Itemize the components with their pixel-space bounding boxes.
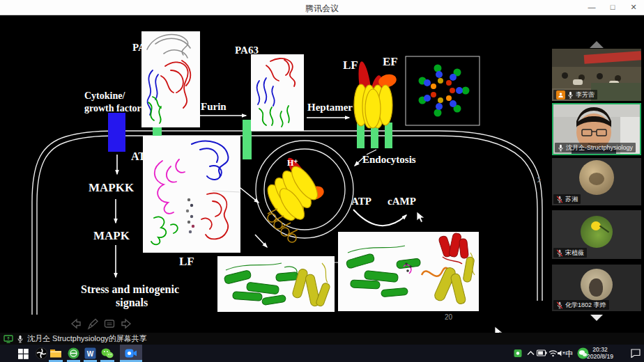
video-tile-5[interactable]: 化学1802 李烨 [552, 265, 641, 311]
svg-text:W: W [87, 350, 94, 358]
pen-tool-button[interactable] [86, 317, 99, 330]
taskbar-app-pinwheel-icon[interactable] [36, 347, 47, 359]
slideshow-menu-button[interactable] [103, 317, 116, 330]
label-lf-bottom: LF [179, 255, 194, 269]
input-method-indicator[interactable]: 中 [565, 349, 573, 359]
avatar [579, 160, 614, 195]
mic-muted-icon [556, 196, 563, 203]
tray-hidden-icons-button[interactable] [527, 350, 535, 356]
tencent-meeting-window: PA83 [0, 0, 644, 362]
taskbar-file-explorer-icon[interactable] [49, 348, 62, 359]
prev-slide-button[interactable] [70, 317, 82, 330]
participant-name: 苏湘 [565, 195, 578, 204]
video-tile-3[interactable]: 苏湘 [552, 158, 641, 205]
maximize-button[interactable]: □ [602, 0, 623, 15]
window-title: 腾讯会议 [0, 3, 644, 15]
mic-muted-icon [556, 249, 563, 257]
close-button[interactable]: ✕ [623, 0, 644, 15]
video-tile-1[interactable]: 李芳蕾 [552, 49, 641, 101]
mic-on-icon [558, 144, 564, 152]
label-camp: cAMP [388, 196, 416, 207]
tray-battery-icon[interactable] [537, 349, 547, 357]
member-badge-icon [556, 90, 565, 100]
share-status-text: 沈月仝 Structphysiology的屏幕共享 [27, 333, 147, 344]
seats [591, 83, 641, 101]
label-pa63: PA63 [235, 45, 259, 56]
label-mapkk: MAPKK [89, 181, 134, 195]
label-cytokine-line2: growth factor [84, 103, 141, 114]
label-stress-line1: Stress and mitogenic [81, 283, 179, 296]
mic-icon [17, 335, 24, 343]
avatar [581, 216, 613, 248]
participant-sidebar: 李芳蕾 沈月仝-Structphysiology [548, 15, 644, 333]
mic-muted-icon [556, 301, 563, 309]
title-bar: 腾讯会议 — □ ✕ [0, 0, 644, 15]
label-ef-top: EF [383, 55, 398, 69]
action-center-button[interactable] [631, 349, 641, 358]
taskbar-wechat-icon[interactable] [101, 347, 114, 359]
windows-taskbar: W 中 [0, 345, 644, 362]
label-mapk: MAPK [93, 229, 130, 243]
label-furin: Furin [201, 101, 227, 113]
taskbar-word-icon[interactable]: W [84, 347, 96, 359]
clock-date: 2020/8/19 [584, 354, 616, 361]
slide-page-number: 20 [445, 313, 452, 321]
scroll-down-button[interactable] [590, 315, 603, 321]
tencent-meeting-icon [125, 348, 137, 359]
scroll-up-button[interactable] [590, 41, 604, 48]
label-stress-line2: signals [116, 297, 148, 309]
participant-name: 化学1802 李烨 [565, 301, 606, 310]
label-heptamer: Heptamer [307, 102, 353, 113]
taskbar-clock[interactable]: 20:32 2020/8/19 [584, 347, 616, 360]
ef-complex-structure-panel [338, 232, 479, 311]
tray-security-icon[interactable] [514, 349, 522, 358]
participant-name: 沈月仝-Structphysiology [566, 143, 633, 152]
screen-share-status-bar: 沈月仝 Structphysiology的屏幕共享 [0, 333, 644, 345]
label-endocytosis: Endocytosis [362, 154, 416, 166]
mouse-cursor [416, 211, 426, 223]
participant-name: 李芳蕾 [576, 90, 595, 100]
taskbar-browser-icon[interactable] [68, 347, 79, 359]
heptamer-ring-panel [406, 56, 480, 125]
slide-diagram [0, 0, 551, 362]
video-tile-2-active-speaker[interactable]: 沈月仝-Structphysiology [552, 103, 641, 155]
screen-share-icon [3, 335, 13, 343]
cytokine-receptor [108, 113, 125, 152]
avatar [581, 269, 613, 301]
pa83-structure-panel [141, 31, 200, 127]
lf-structure-panel [143, 136, 240, 253]
video-tile-4[interactable]: 宋植薇 [552, 210, 641, 259]
mic-on-icon [567, 91, 574, 99]
minimize-button[interactable]: — [581, 0, 602, 15]
next-slide-button[interactable] [120, 317, 132, 330]
label-h-plus: H⁺ [287, 158, 298, 168]
label-atp: ATP [351, 196, 371, 207]
collapse-sidebar-button[interactable]: › [537, 171, 541, 187]
start-button[interactable] [18, 349, 29, 359]
participant-name: 宋植薇 [565, 249, 584, 258]
label-cytokine-line1: Cytokine/ [84, 90, 125, 102]
pa63-structure-panel [251, 54, 304, 131]
label-atr: AT [131, 150, 146, 163]
label-lf-top: LF [343, 58, 358, 72]
heptamer-cartoon [354, 61, 398, 128]
presenter-toolbar [70, 317, 132, 330]
ef-structure-panel [217, 256, 335, 312]
